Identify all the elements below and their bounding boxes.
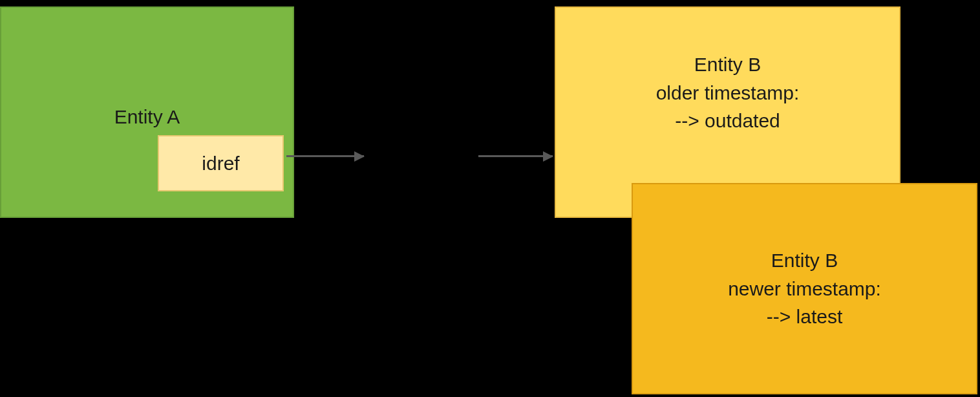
entity-b-old-title: Entity B: [694, 50, 761, 79]
entity-a-box: Entity A idref: [0, 6, 294, 218]
entity-b-new-box: Entity B newer timestamp: --> latest: [632, 183, 977, 394]
entity-a-label: Entity A: [114, 106, 180, 128]
idref-label: idref: [202, 153, 239, 175]
entity-b-new-title: Entity B: [771, 246, 838, 275]
arrow-from-idref: [286, 155, 364, 157]
entity-b-old-status: --> outdated: [675, 107, 780, 135]
arrow-to-entity-b: [478, 155, 553, 157]
entity-b-new-status: --> latest: [767, 303, 843, 331]
entity-b-new-timestamp: newer timestamp:: [728, 275, 881, 303]
entity-b-old-timestamp: older timestamp:: [656, 79, 800, 107]
idref-box: idref: [158, 135, 284, 191]
